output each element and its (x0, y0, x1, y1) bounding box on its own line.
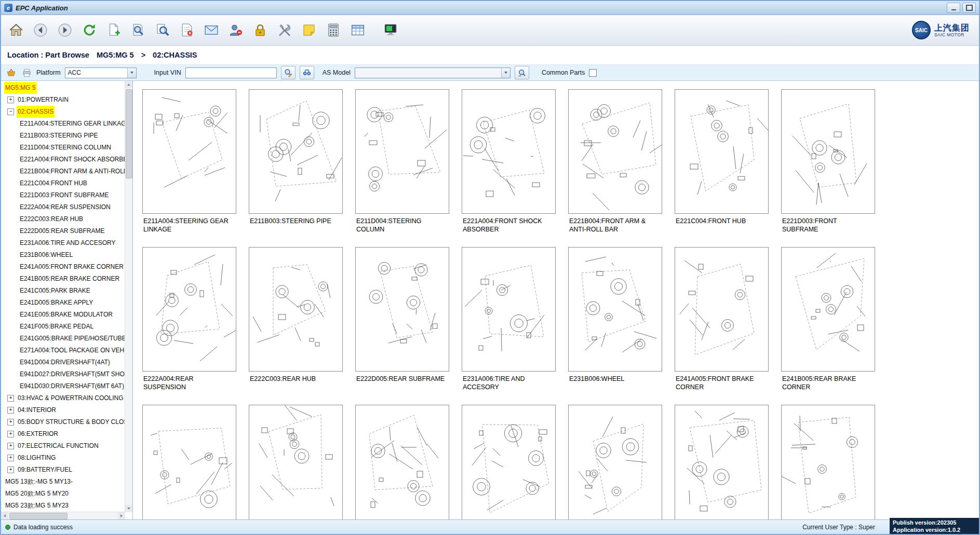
tree-horizontal-scrollbar[interactable] (1, 512, 125, 519)
scroll-down-button[interactable] (125, 505, 132, 512)
sticky-note-button[interactable] (299, 19, 319, 42)
tree-item[interactable]: +05:BODY STRUCTURE & BODY CLOSURE (1, 416, 125, 428)
maximize-button[interactable] (962, 3, 976, 13)
scroll-up-button[interactable] (125, 81, 132, 88)
part-thumbnail[interactable] (249, 405, 343, 519)
scroll-right-button[interactable] (118, 512, 125, 519)
part-thumbnail[interactable] (462, 247, 556, 372)
expand-toggle-icon[interactable]: + (7, 407, 14, 414)
tree-item[interactable]: +06:EXTERIOR (1, 428, 125, 440)
tree-item[interactable]: E271A004:TOOL PACKAGE ON VEHICLE (1, 345, 125, 356)
tree-item[interactable]: E241E005:BRAKE MODULATOR (1, 309, 125, 321)
tree-item[interactable]: E221B004:FRONT ARM & ANTI-ROLL BAR (1, 166, 125, 177)
expand-toggle-icon[interactable]: + (7, 455, 14, 461)
model-search-button[interactable] (515, 66, 529, 79)
tree-item[interactable]: +01:POWERTRAIN (1, 94, 125, 106)
part-thumbnail[interactable] (675, 247, 769, 372)
tree-item[interactable]: E241A005:FRONT BRAKE CORNER (1, 261, 125, 273)
part-thumbnail[interactable] (781, 405, 875, 519)
tree-item[interactable]: E222A004:REAR SUSPENSION (1, 201, 125, 213)
tree-item[interactable]: E231A006:TIRE AND ACCESORY (1, 237, 125, 249)
part-thumbnail[interactable] (355, 89, 449, 214)
tree-item[interactable]: MG5 23款:MG 5 MY23 (1, 500, 125, 512)
tree-item[interactable]: E222D005:REAR SUBFRAME (1, 225, 125, 237)
tree-item[interactable]: E211A004:STEERING GEAR LINKAGE (1, 118, 125, 130)
expand-toggle-icon[interactable]: + (7, 97, 14, 103)
tree-item[interactable]: E941D004:DRIVERSHAFT(4AT) (1, 356, 125, 368)
new-document-button[interactable] (104, 19, 124, 42)
tools-button[interactable] (275, 19, 294, 42)
tree-item[interactable]: +09:BATTERY/FUEL (1, 464, 125, 476)
part-thumbnail[interactable] (249, 247, 343, 372)
tree-item[interactable]: E241C005:PARK BRAKE (1, 285, 125, 297)
part-thumbnail[interactable] (462, 405, 556, 519)
tree-item[interactable]: E241G005:BRAKE PIPE/HOSE/TUBE (1, 333, 125, 345)
tree-item[interactable]: MG5 20款:MG 5 MY20 (1, 488, 125, 500)
zoom-document-button[interactable] (128, 19, 148, 42)
tree-item[interactable]: E221A004:FRONT SHOCK ABSORBER (1, 154, 125, 166)
tree-item[interactable]: E221D003:FRONT SUBFRAME (1, 189, 125, 201)
data-table-button[interactable] (348, 19, 368, 42)
mail-button[interactable] (202, 19, 221, 42)
tree-item[interactable]: E241F005:BRAKE PEDAL (1, 321, 125, 333)
part-thumbnail[interactable] (568, 89, 662, 214)
monitor-button[interactable] (381, 19, 400, 42)
tree-item[interactable]: E941D027:DRIVERSHAFT(5MT SHORT) (1, 368, 125, 380)
expand-toggle-icon[interactable]: + (7, 467, 14, 473)
tree-item[interactable]: E941D030:DRIVERSHAFT(6MT 6AT) (1, 380, 125, 392)
home-button[interactable] (6, 19, 26, 42)
tree-item[interactable]: +04:INTERIOR (1, 404, 125, 416)
printer-icon[interactable] (21, 67, 32, 78)
part-thumbnail[interactable] (142, 247, 236, 372)
expand-toggle-icon[interactable]: + (7, 443, 14, 449)
tree-item[interactable]: E211D004:STEERING COLUMN (1, 142, 125, 154)
part-thumbnail[interactable] (142, 89, 236, 214)
tree-item[interactable]: E241B005:REAR BRAKE CORNER (1, 273, 125, 285)
tree-item[interactable]: E221C004:FRONT HUB (1, 177, 125, 189)
vertical-scroll-thumb[interactable] (126, 89, 132, 179)
tree-item[interactable]: +08:LIGHTING (1, 452, 125, 464)
vin-search-button[interactable] (281, 66, 296, 79)
expand-toggle-icon[interactable]: + (7, 431, 14, 437)
tree-item[interactable]: +07:ELECTRICAL FUNCTION (1, 440, 125, 452)
common-parts-checkbox[interactable] (589, 69, 597, 77)
horizontal-scroll-thumb[interactable] (9, 513, 68, 519)
search-document-button[interactable] (153, 19, 172, 42)
tree-item[interactable]: MG5:MG 5 (1, 82, 125, 94)
back-button[interactable] (31, 19, 50, 42)
platform-select[interactable]: ACC (65, 67, 137, 78)
tree-item[interactable]: E211B003:STEERING PIPE (1, 130, 125, 142)
part-thumbnail[interactable] (142, 405, 236, 519)
parts-basket-icon[interactable] (5, 67, 17, 78)
minimize-button[interactable] (947, 3, 960, 13)
part-thumbnail[interactable] (781, 89, 875, 214)
tree-item[interactable]: E241D005:BRAKE APPLY (1, 297, 125, 309)
forward-button[interactable] (55, 19, 75, 42)
tree-item[interactable]: +03:HVAC & POWERTRAIN COOLING (1, 392, 125, 404)
part-thumbnail[interactable] (675, 89, 769, 214)
lock-button[interactable] (250, 19, 270, 42)
expand-toggle-icon[interactable]: + (7, 395, 14, 402)
part-thumbnail[interactable] (462, 89, 556, 214)
find-button[interactable] (300, 66, 314, 79)
part-thumbnail[interactable] (781, 247, 875, 372)
part-thumbnail[interactable] (568, 405, 662, 519)
calculator-button[interactable] (324, 19, 343, 42)
tree-item[interactable]: E222C003:REAR HUB (1, 213, 125, 225)
as-model-select[interactable] (355, 67, 511, 78)
tree-item[interactable]: E231B006:WHEEL (1, 249, 125, 261)
tree-item[interactable]: −02:CHASSIS (1, 106, 125, 118)
part-thumbnail[interactable] (355, 247, 449, 372)
refresh-button[interactable] (79, 19, 99, 42)
part-thumbnail[interactable] (675, 405, 769, 519)
vin-input[interactable] (185, 67, 277, 78)
tree-item[interactable]: MG5 13款:-MG 5 MY13- (1, 476, 125, 488)
part-thumbnail[interactable] (568, 247, 662, 372)
report-button[interactable] (177, 19, 197, 42)
expand-toggle-icon[interactable]: + (7, 419, 14, 426)
part-thumbnail[interactable] (355, 405, 449, 519)
collapse-toggle-icon[interactable]: − (7, 108, 14, 115)
user-permission-button[interactable] (226, 19, 246, 42)
part-thumbnail[interactable] (249, 89, 343, 214)
scroll-left-button[interactable] (1, 512, 8, 519)
